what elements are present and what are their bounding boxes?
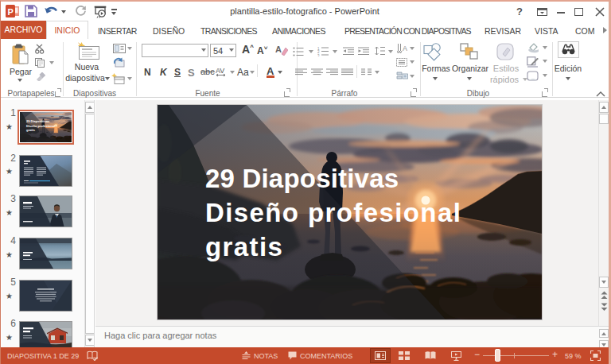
svg-text:A: A [403,45,407,52]
svg-text:3: 3 [317,54,320,57]
svg-text:AV: AV [216,67,224,75]
svg-text:A: A [275,45,282,54]
